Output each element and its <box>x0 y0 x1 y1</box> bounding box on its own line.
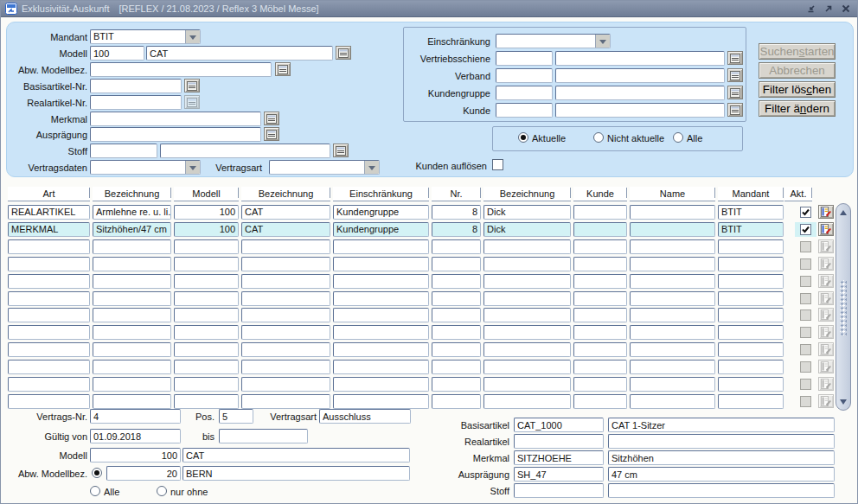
table-cell[interactable] <box>93 239 171 254</box>
modell-lookup-button[interactable] <box>336 46 351 60</box>
vertragsart-combo[interactable] <box>269 160 380 175</box>
table-cell[interactable] <box>174 377 239 392</box>
vertragsdaten-combo[interactable] <box>90 160 201 175</box>
table-cell[interactable] <box>718 394 784 409</box>
table-cell[interactable] <box>483 274 571 289</box>
row-detail-icon[interactable] <box>818 239 834 253</box>
row-detail-icon[interactable] <box>818 291 834 305</box>
table-cell[interactable] <box>8 342 90 357</box>
table-cell[interactable]: BTIT <box>718 222 784 237</box>
auspraegung-name-input[interactable] <box>608 467 835 482</box>
pos-input[interactable] <box>219 409 253 424</box>
table-cell[interactable] <box>432 360 481 374</box>
table-row[interactable] <box>1 342 858 357</box>
kundengruppe-nr-input[interactable] <box>496 86 553 100</box>
table-cell[interactable]: Dick <box>483 205 571 220</box>
verband-lookup-button[interactable] <box>727 68 743 82</box>
table-cell[interactable] <box>718 257 784 271</box>
table-cell[interactable] <box>718 308 784 322</box>
table-cell[interactable] <box>432 291 481 306</box>
modell-name-input[interactable] <box>146 46 333 61</box>
table-row[interactable] <box>1 257 858 271</box>
table-cell[interactable] <box>174 308 239 322</box>
stoff-name-input[interactable] <box>608 483 835 498</box>
table-cell[interactable] <box>174 394 239 409</box>
table-cell[interactable] <box>630 394 715 409</box>
abbrechen-button[interactable]: Abbrechen <box>759 62 836 79</box>
table-cell[interactable] <box>432 308 481 322</box>
table-cell[interactable] <box>718 291 784 306</box>
row-detail-icon[interactable] <box>818 377 834 391</box>
table-cell[interactable] <box>573 360 627 374</box>
akt-checkbox[interactable] <box>800 224 811 235</box>
row-detail-icon[interactable] <box>818 342 834 356</box>
table-cell[interactable] <box>8 308 90 322</box>
akt-checkbox[interactable] <box>800 309 811 321</box>
row-detail-icon[interactable] <box>818 308 834 322</box>
table-cell[interactable]: CAT <box>241 222 330 237</box>
akt-checkbox[interactable] <box>800 361 811 373</box>
table-cell[interactable] <box>630 205 715 220</box>
table-cell[interactable] <box>333 360 429 374</box>
titlebar[interactable]: Exklusivität-Auskunft [REFLEX / 21.08.20… <box>1 1 857 17</box>
realartikel-nr-input[interactable] <box>90 95 182 110</box>
table-cell[interactable] <box>718 325 784 340</box>
table-cell[interactable] <box>241 325 330 340</box>
table-cell[interactable]: MERKMAL <box>8 222 90 237</box>
radio-alle[interactable] <box>673 132 683 143</box>
row-detail-icon[interactable] <box>818 360 834 373</box>
table-cell[interactable] <box>718 342 784 357</box>
table-cell[interactable] <box>573 257 627 271</box>
abw-modellbez-input[interactable] <box>90 62 272 77</box>
table-cell[interactable]: REALARTIKEL <box>8 205 90 220</box>
table-cell[interactable] <box>8 377 90 392</box>
table-cell[interactable] <box>333 377 429 392</box>
table-cell[interactable] <box>241 291 330 306</box>
table-cell[interactable]: Sitzhöhen/47 cm <box>93 222 171 237</box>
akt-checkbox[interactable] <box>800 207 811 218</box>
radio-nicht-aktuelle[interactable] <box>593 132 604 143</box>
table-cell[interactable] <box>432 377 481 392</box>
merkmal-input[interactable] <box>90 112 261 126</box>
table-cell[interactable] <box>573 205 627 220</box>
kunde-name-input[interactable] <box>555 103 725 118</box>
table-cell[interactable] <box>241 274 330 289</box>
table-cell[interactable] <box>630 291 715 306</box>
table-cell[interactable] <box>573 239 627 254</box>
radio-nur-ohne[interactable] <box>157 486 167 496</box>
verband-name-input[interactable] <box>555 68 725 83</box>
table-cell[interactable] <box>630 257 715 271</box>
minimize-icon[interactable] <box>804 3 818 16</box>
row-detail-icon[interactable] <box>818 325 834 339</box>
table-cell[interactable] <box>573 222 627 237</box>
table-cell[interactable] <box>630 360 715 374</box>
table-row[interactable] <box>1 394 858 409</box>
table-cell[interactable] <box>8 239 90 254</box>
bis-input[interactable] <box>219 429 308 443</box>
table-cell[interactable] <box>483 360 571 374</box>
table-cell[interactable] <box>174 342 239 357</box>
table-cell[interactable] <box>483 257 571 271</box>
table-cell[interactable] <box>432 325 481 340</box>
table-cell[interactable] <box>573 325 627 340</box>
table-cell[interactable] <box>718 360 784 374</box>
table-cell[interactable] <box>432 257 481 271</box>
akt-checkbox[interactable] <box>800 293 811 304</box>
filter-loeschen-button[interactable]: Filter löschen <box>759 81 836 98</box>
basisartikel-name-input[interactable] <box>608 418 835 432</box>
kunde-lookup-button[interactable] <box>727 103 743 117</box>
table-cell[interactable] <box>8 274 90 289</box>
table-cell[interactable] <box>174 274 239 289</box>
row-detail-icon[interactable] <box>818 257 834 271</box>
table-cell[interactable] <box>174 360 239 374</box>
kundengruppe-lookup-button[interactable] <box>727 86 743 99</box>
table-cell[interactable] <box>174 257 239 271</box>
close-icon[interactable] <box>839 3 853 16</box>
table-cell[interactable] <box>630 239 715 254</box>
basisartikel-lookup-button[interactable] <box>184 79 200 93</box>
table-cell[interactable] <box>93 257 171 271</box>
table-cell[interactable] <box>8 257 90 271</box>
vertrags-nr-input[interactable] <box>90 409 181 424</box>
table-cell[interactable] <box>483 325 571 340</box>
table-cell[interactable]: Kundengruppe <box>333 205 429 220</box>
